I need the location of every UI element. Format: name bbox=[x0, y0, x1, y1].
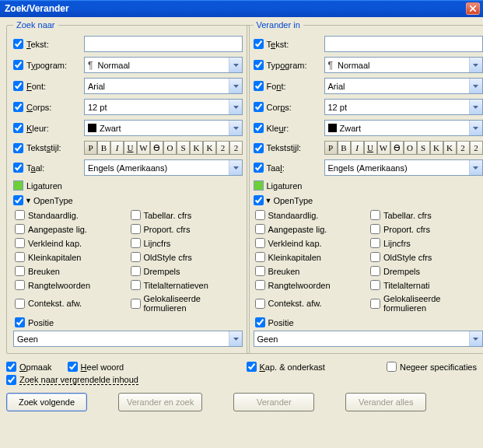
ot-proport-check[interactable] bbox=[370, 224, 380, 234]
ot-tabellar-check[interactable] bbox=[370, 210, 380, 220]
ot-verkleind-check[interactable] bbox=[255, 238, 265, 248]
search-lang-combo[interactable]: Engels (Amerikaans) bbox=[84, 159, 243, 176]
ot-rangtel-check[interactable] bbox=[255, 280, 265, 290]
replace-position-combo[interactable]: Geen bbox=[254, 331, 483, 347]
search-position-combo[interactable]: Geen bbox=[13, 331, 243, 347]
search-corps-combo[interactable]: 12 pt bbox=[84, 99, 243, 115]
ot-breuken-check[interactable] bbox=[255, 266, 265, 276]
heelwoord-check[interactable] bbox=[68, 362, 78, 372]
ot-aangepaste-check[interactable] bbox=[255, 224, 265, 234]
replace-lang-check[interactable] bbox=[254, 163, 264, 173]
ot-titelalt-check[interactable] bbox=[370, 280, 380, 290]
replace-color-check[interactable] bbox=[254, 123, 264, 133]
disclosure-icon[interactable]: ▼ bbox=[25, 197, 32, 205]
search-opentype-check[interactable] bbox=[13, 195, 23, 205]
search-typogram-combo[interactable]: ¶ Normaal bbox=[84, 57, 243, 73]
style-theta-button[interactable]: Ө bbox=[150, 141, 163, 155]
replace-ligatures-check[interactable] bbox=[254, 180, 264, 191]
ot-rangtel-check[interactable] bbox=[15, 280, 25, 290]
style-i-button[interactable]: I bbox=[351, 141, 364, 155]
find-next-button[interactable]: Zoek volgende bbox=[6, 393, 87, 411]
ot-contekst-check[interactable] bbox=[255, 299, 265, 309]
ot-contekst-check[interactable] bbox=[15, 299, 25, 309]
kap-check[interactable] bbox=[247, 362, 257, 372]
style-w-button[interactable]: W bbox=[377, 141, 390, 155]
style-u-button[interactable]: U bbox=[124, 141, 137, 155]
replace-typogram-combo[interactable]: ¶ Normaal bbox=[324, 57, 483, 73]
style-w-button[interactable]: W bbox=[137, 141, 150, 155]
search-font-combo[interactable]: Arial bbox=[84, 78, 243, 94]
ot-drempels-check[interactable] bbox=[370, 266, 380, 276]
ot-aangepaste-check[interactable] bbox=[15, 224, 25, 234]
ot-verkleind-check[interactable] bbox=[15, 238, 25, 248]
replace-font-check[interactable] bbox=[254, 81, 264, 91]
replace-corps-combo[interactable]: 12 pt bbox=[324, 99, 483, 115]
search-text-input[interactable] bbox=[84, 36, 243, 52]
replace-style-check[interactable] bbox=[254, 143, 264, 153]
ot-kleinkap-check[interactable] bbox=[15, 252, 25, 262]
search-style-check[interactable] bbox=[13, 143, 23, 153]
style-u-button[interactable]: U bbox=[364, 141, 377, 155]
search-ligatures-check[interactable] bbox=[13, 180, 23, 191]
search-color-check[interactable] bbox=[13, 123, 23, 133]
ot-lijncfrs-check[interactable] bbox=[131, 238, 141, 248]
disclosure-icon[interactable]: ▼ bbox=[265, 197, 272, 205]
style-b-button[interactable]: B bbox=[338, 141, 351, 155]
ot-oldstyle-check[interactable] bbox=[370, 252, 380, 262]
ot-gelok-check[interactable] bbox=[131, 299, 141, 309]
style-k-button[interactable]: K bbox=[430, 141, 443, 155]
replace-position-check[interactable] bbox=[255, 317, 265, 327]
replace-corps-check[interactable] bbox=[254, 102, 264, 112]
style-s-button[interactable]: S bbox=[417, 141, 430, 155]
search-lang-check[interactable] bbox=[13, 163, 23, 173]
change-find-button[interactable]: Verander en zoek bbox=[118, 393, 202, 411]
style-sup-button[interactable]: 2 bbox=[457, 141, 470, 155]
style-o-button[interactable]: O bbox=[163, 141, 177, 155]
change-all-button[interactable]: Verander alles bbox=[345, 393, 426, 411]
replace-opentype-check[interactable] bbox=[254, 195, 264, 205]
style-k-button[interactable]: K bbox=[190, 141, 203, 155]
replace-text-input[interactable] bbox=[324, 36, 483, 52]
replace-font-combo[interactable]: Arial bbox=[324, 78, 483, 94]
search-corps-check[interactable] bbox=[13, 102, 23, 112]
style-p-button[interactable]: P bbox=[84, 141, 97, 155]
replace-text-check[interactable] bbox=[254, 39, 264, 49]
style-sub-button[interactable]: 2 bbox=[470, 141, 483, 155]
style-sup-button[interactable]: 2 bbox=[216, 141, 229, 155]
ot-drempels-check[interactable] bbox=[131, 266, 141, 276]
search-position-check[interactable] bbox=[15, 317, 25, 327]
opmaak-check[interactable] bbox=[6, 362, 16, 372]
ot-kleinkap-check[interactable] bbox=[255, 252, 265, 262]
search-style-strip: P B I U W Ө O S K K 2 2 bbox=[84, 141, 243, 155]
negeer-check[interactable] bbox=[387, 362, 397, 372]
replace-legend: Verander in bbox=[254, 20, 303, 30]
search-text-check[interactable] bbox=[13, 39, 23, 49]
ot-gelok-check[interactable] bbox=[370, 299, 380, 309]
replace-color-combo[interactable]: Zwart bbox=[324, 120, 483, 136]
style-b-button[interactable]: B bbox=[97, 141, 110, 155]
search-font-check[interactable] bbox=[13, 81, 23, 91]
style-s-button[interactable]: S bbox=[177, 141, 190, 155]
ot-tabellar-check[interactable] bbox=[131, 210, 141, 220]
style-k2-button[interactable]: K bbox=[203, 141, 216, 155]
style-k2-button[interactable]: K bbox=[443, 141, 457, 155]
locked-content-check[interactable] bbox=[6, 375, 16, 385]
ot-titelalt-check[interactable] bbox=[131, 280, 141, 290]
replace-lang-combo[interactable]: Engels (Amerikaans) bbox=[324, 159, 483, 176]
search-color-combo[interactable]: Zwart bbox=[84, 120, 243, 136]
ot-standaardlig-check[interactable] bbox=[15, 210, 25, 220]
replace-typogram-check[interactable] bbox=[254, 60, 264, 70]
ot-oldstyle-check[interactable] bbox=[131, 252, 141, 262]
ot-breuken-check[interactable] bbox=[15, 266, 25, 276]
ot-proport-check[interactable] bbox=[131, 224, 141, 234]
ot-standaardlig-check[interactable] bbox=[255, 210, 265, 220]
style-o-button[interactable]: O bbox=[404, 141, 417, 155]
search-typogram-check[interactable] bbox=[13, 60, 23, 70]
style-sub-button[interactable]: 2 bbox=[229, 141, 243, 155]
style-theta-button[interactable]: Ө bbox=[390, 141, 404, 155]
style-p-button[interactable]: P bbox=[324, 141, 338, 155]
style-i-button[interactable]: I bbox=[110, 141, 124, 155]
ot-lijncfrs-check[interactable] bbox=[370, 238, 380, 248]
close-button[interactable] bbox=[466, 2, 480, 15]
change-button[interactable]: Verander bbox=[233, 393, 314, 411]
